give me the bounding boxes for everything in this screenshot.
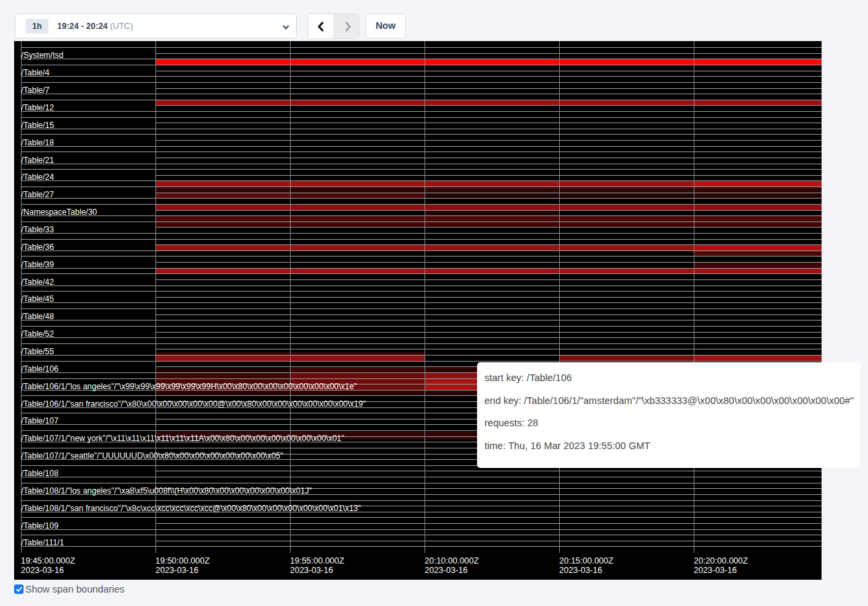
svg-text:/Table/108/1/"san francisco"/": /Table/108/1/"san francisco"/"\x8c\xcc\x… [22,504,361,513]
svg-text:/Table/107/1/"seattle"/"UUUUUU: /Table/107/1/"seattle"/"UUUUUUD\x00\x80\… [22,451,283,461]
svg-text:/Table/111/1: /Table/111/1 [22,538,65,547]
svg-text:/Table/48: /Table/48 [22,312,55,321]
svg-text:/Table/52: /Table/52 [22,329,55,339]
svg-text:/Table/33: /Table/33 [22,225,55,234]
svg-text:/Table/108/1/"los angeles"/"\x: /Table/108/1/"los angeles"/"\xa8\xf5\u00… [22,486,312,496]
svg-text:2023-03-16: 2023-03-16 [290,566,333,575]
svg-text:/Table/4: /Table/4 [22,68,50,77]
svg-text:/Table/45: /Table/45 [22,294,55,304]
svg-text:/Table/108: /Table/108 [22,469,59,478]
svg-text:/Table/106/1/"san francisco"/": /Table/106/1/"san francisco"/"\x80\x00\x… [22,399,366,409]
svg-text:/Table/55: /Table/55 [22,347,55,356]
svg-text:/Table/42: /Table/42 [22,277,55,287]
svg-text:/Table/18: /Table/18 [22,138,55,147]
svg-text:/Table/39: /Table/39 [22,260,55,269]
svg-text:19:55:00.000Z: 19:55:00.000Z [290,556,345,566]
svg-text:20:15:00.000Z: 20:15:00.000Z [559,556,614,566]
svg-text:/Table/106: /Table/106 [22,364,59,374]
svg-text:/Table/7: /Table/7 [22,86,50,95]
svg-text:19:50:00.000Z: 19:50:00.000Z [155,556,210,566]
svg-text:/Table/24: /Table/24 [22,172,55,182]
svg-text:/Table/106/1/"los angeles"/"\x: /Table/106/1/"los angeles"/"\x99\x99\x99… [22,382,357,391]
svg-text:/Table/12: /Table/12 [22,103,55,112]
svg-text:2023-03-16: 2023-03-16 [559,566,602,575]
svg-text:2023-03-16: 2023-03-16 [21,566,64,575]
svg-text:2023-03-16: 2023-03-16 [694,566,737,575]
svg-text:/Table/36: /Table/36 [22,242,55,252]
svg-text:20:20:00.000Z: 20:20:00.000Z [694,556,748,566]
svg-text:19:45:00.000Z: 19:45:00.000Z [21,556,75,566]
svg-text:/Table/107: /Table/107 [22,416,59,426]
svg-text:/System/tsd: /System/tsd [22,50,64,60]
svg-text:20:10:00.000Z: 20:10:00.000Z [425,556,479,566]
svg-text:/Table/21: /Table/21 [22,156,55,165]
svg-text:2023-03-16: 2023-03-16 [425,566,468,575]
svg-text:/Table/15: /Table/15 [22,121,55,130]
svg-text:/Table/27: /Table/27 [22,190,55,199]
svg-text:/NamespaceTable/30: /NamespaceTable/30 [22,207,98,217]
svg-text:2023-03-16: 2023-03-16 [155,566,198,575]
svg-text:/Table/107/1/"new york"/"\x11\: /Table/107/1/"new york"/"\x11\x11\x11\x1… [22,434,345,443]
svg-text:/Table/109: /Table/109 [22,521,59,531]
